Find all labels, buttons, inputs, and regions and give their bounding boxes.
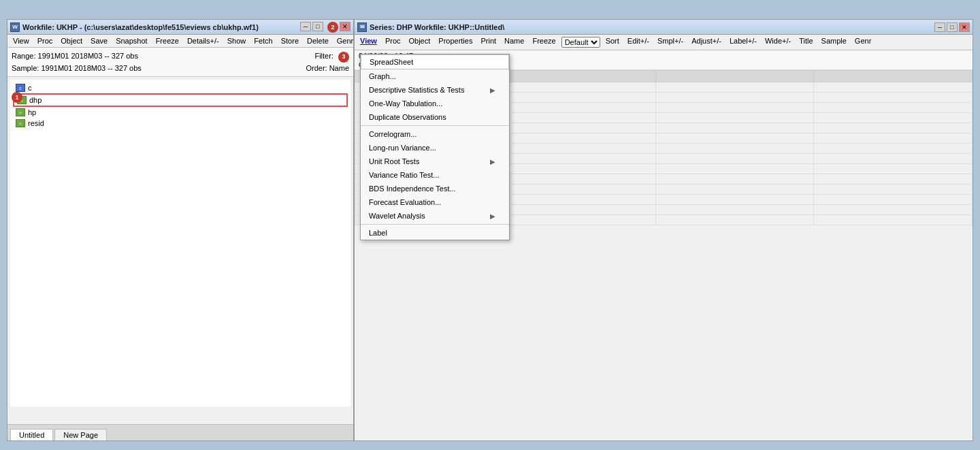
menu-forecast-eval[interactable]: Forecast Evaluation... <box>361 195 509 209</box>
cell-empty2 <box>655 113 814 123</box>
cell-empty3 <box>814 205 973 215</box>
list-item-resid-label: resid <box>28 119 44 127</box>
series-menu-print[interactable]: Print <box>476 35 500 49</box>
series-window: ✉ Series: DHP Workfile: UKHP::Untitled\ … <box>354 19 973 441</box>
list-item-c-label: c <box>28 84 32 92</box>
menu-long-run-variance-label: Long-run Variance... <box>369 144 436 152</box>
cell-empty1 <box>497 174 656 184</box>
cell-empty3 <box>814 113 973 123</box>
menu-graph[interactable]: Graph... <box>361 69 509 83</box>
cell-empty1 <box>497 133 656 144</box>
tab-new-page[interactable]: New Page <box>54 429 107 440</box>
series-restore-button[interactable]: □ <box>947 22 958 32</box>
cell-empty2 <box>655 144 814 154</box>
resid-icon: ≈ <box>16 119 25 127</box>
unit-root-arrow: ▶ <box>490 158 495 165</box>
series-menu-sample[interactable]: Sample <box>817 35 851 49</box>
series-window-controls: ─ □ ✕ <box>934 22 970 32</box>
cell-empty2 <box>655 123 814 133</box>
view-dropdown-overlay: SpreadSheet Graph... Descriptive Statist… <box>360 54 510 240</box>
workfile-menu-fetch[interactable]: Fetch <box>250 35 277 46</box>
menu-forecast-eval-label: Forecast Evaluation... <box>369 198 441 206</box>
cell-empty1 <box>497 205 656 215</box>
list-item-resid[interactable]: ≈ resid <box>13 118 348 129</box>
workfile-icon: W <box>10 22 20 32</box>
workfile-menu-proc[interactable]: Proc <box>33 35 57 46</box>
series-menu-smpl[interactable]: Smpl+/- <box>653 35 687 49</box>
menu-label[interactable]: Label <box>361 226 509 240</box>
workfile-menu-details[interactable]: Details+/- <box>183 35 223 46</box>
menu-spreadsheet[interactable]: SpreadSheet <box>361 54 509 69</box>
series-menu-view[interactable]: View <box>356 35 381 49</box>
cell-empty1 <box>497 154 656 164</box>
workfile-restore-button[interactable]: □ <box>312 22 323 31</box>
cell-empty2 <box>655 184 814 195</box>
menu-long-run-variance[interactable]: Long-run Variance... <box>361 141 509 155</box>
cell-empty1 <box>497 164 656 174</box>
menu-duplicate-obs-label: Duplicate Observations <box>369 113 446 121</box>
workfile-menu-delete[interactable]: Delete <box>303 35 333 46</box>
cell-empty1 <box>497 215 656 225</box>
cell-empty2 <box>655 93 814 103</box>
view-dropdown-menu: SpreadSheet Graph... Descriptive Statist… <box>360 54 510 240</box>
workfile-menu-save[interactable]: Save <box>86 35 112 46</box>
series-close-button[interactable]: ✕ <box>959 22 970 32</box>
cell-empty3 <box>814 93 973 103</box>
workfile-menu-bar: View Proc Object Save Snapshot Freeze De… <box>7 35 353 48</box>
list-item-dhp-label: dhp <box>29 96 42 104</box>
series-menu-sort[interactable]: Sort <box>602 35 623 49</box>
series-menu-name[interactable]: Name <box>500 35 528 49</box>
workfile-minimize-button[interactable]: ─ <box>300 22 311 31</box>
workfile-menu-show[interactable]: Show <box>223 35 250 46</box>
series-menu-edit[interactable]: Edit+/- <box>623 35 653 49</box>
menu-separator-2 <box>361 224 509 225</box>
workfile-close-button[interactable]: ✕ <box>340 22 350 31</box>
workfile-menu-view[interactable]: View <box>9 35 33 46</box>
workfile-menu-object[interactable]: Object <box>56 35 86 46</box>
c-icon: c <box>16 84 25 92</box>
cell-empty1 <box>497 93 656 103</box>
menu-wavelet[interactable]: Wavelet Analysis ▶ <box>361 209 509 223</box>
descriptive-stats-arrow: ▶ <box>490 86 495 94</box>
series-menu-wide[interactable]: Wide+/- <box>761 35 795 49</box>
cell-empty1 <box>497 123 656 133</box>
cell-empty3 <box>814 82 973 93</box>
series-menu-genr[interactable]: Genr <box>851 35 875 49</box>
menu-one-way-tab[interactable]: One-Way Tabulation... <box>361 97 509 110</box>
menu-unit-root-tests[interactable]: Unit Root Tests ▶ <box>361 155 509 168</box>
cell-empty2 <box>655 205 814 215</box>
menu-variance-ratio[interactable]: Variance Ratio Test... <box>361 168 509 182</box>
cell-empty3 <box>814 164 973 174</box>
list-item-hp[interactable]: ≈ hp <box>13 107 348 118</box>
series-icon: ✉ <box>357 22 367 32</box>
series-default-select[interactable]: Default <box>561 37 600 48</box>
menu-separator-1 <box>361 125 509 126</box>
series-menu-properties[interactable]: Properties <box>434 35 476 49</box>
sample-label: Sample: 1991M01 2018M03 -- 327 obs <box>12 63 142 74</box>
series-menu-object[interactable]: Object <box>405 35 435 49</box>
series-titlebar: ✉ Series: DHP Workfile: UKHP::Untitled\ … <box>355 20 973 35</box>
workfile-tabs: Untitled New Page <box>7 424 353 440</box>
list-item-dhp[interactable]: ≈ dhp 1 <box>13 93 348 107</box>
menu-duplicate-obs[interactable]: Duplicate Observations <box>361 110 509 124</box>
menu-descriptive-stats[interactable]: Descriptive Statistics & Tests ▶ <box>361 83 509 97</box>
menu-descriptive-stats-label: Descriptive Statistics & Tests <box>369 86 464 94</box>
menu-correlogram[interactable]: Correlogram... <box>361 127 509 141</box>
workfile-menu-store[interactable]: Store <box>277 35 303 46</box>
tab-untitled[interactable]: Untitled <box>10 429 53 440</box>
cell-empty2 <box>655 133 814 144</box>
workfile-menu-snapshot[interactable]: Snapshot <box>112 35 151 46</box>
cell-empty2 <box>655 195 814 205</box>
menu-bds[interactable]: BDS Independence Test... <box>361 182 509 195</box>
series-minimize-button[interactable]: ─ <box>934 22 945 32</box>
list-item-c[interactable]: c c <box>13 82 348 93</box>
series-menu-title[interactable]: Title <box>795 35 817 49</box>
series-menu-freeze[interactable]: Freeze <box>528 35 559 49</box>
cell-empty1 <box>497 144 656 154</box>
order-label: Order: Name <box>306 63 349 74</box>
series-menu-adjust[interactable]: Adjust+/- <box>687 35 725 49</box>
series-menu-proc[interactable]: Proc <box>381 35 405 49</box>
cell-empty2 <box>655 82 814 93</box>
workfile-menu-freeze[interactable]: Freeze <box>152 35 183 46</box>
series-menu-label[interactable]: Label+/- <box>725 35 761 49</box>
